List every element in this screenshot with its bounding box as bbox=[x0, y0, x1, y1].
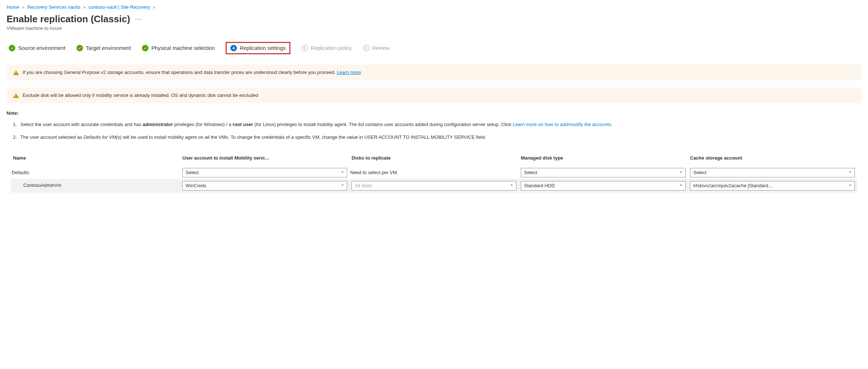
banner-text: If you are choosing General Purpose v2 s… bbox=[23, 70, 361, 75]
banner-text: Exclude disk will be allowed only if mob… bbox=[23, 93, 258, 98]
more-actions-button[interactable]: ··· bbox=[135, 15, 142, 23]
vm-cache-select[interactable]: lrhdxvv2arcmjulv2acache [Standard… bbox=[690, 181, 855, 191]
wizard-steps: Source environment Target environment Ph… bbox=[7, 42, 861, 54]
vm-icon bbox=[13, 182, 20, 189]
step-review[interactable]: 6 Review bbox=[363, 45, 390, 51]
chevron-down-icon bbox=[679, 183, 683, 188]
check-icon bbox=[142, 45, 148, 51]
chevron-down-icon bbox=[510, 183, 514, 188]
defaults-cache-select[interactable]: Select bbox=[690, 168, 855, 177]
step-physical-machine-selection[interactable]: Physical machine selection bbox=[142, 45, 215, 51]
note-item-2: The user account selected as Defaults fo… bbox=[18, 134, 861, 141]
exclude-disk-warning-banner: Exclude disk will be allowed only if mob… bbox=[7, 87, 861, 103]
chevron-right-icon: > bbox=[153, 5, 155, 9]
col-header-name: Name bbox=[11, 152, 180, 166]
breadcrumb-vaults[interactable]: Recovery Services vaults bbox=[27, 4, 80, 10]
chevron-right-icon: > bbox=[22, 5, 24, 9]
col-header-disks: Disks to replicate bbox=[349, 152, 519, 166]
step-number-icon: 5 bbox=[301, 45, 308, 51]
check-icon bbox=[76, 45, 83, 51]
breadcrumb-vault[interactable]: contoso-vault | Site Recovery bbox=[89, 4, 150, 10]
learn-more-accounts-link[interactable]: Learn more on how to add/modify the acco… bbox=[512, 122, 613, 127]
chevron-down-icon bbox=[340, 183, 345, 188]
storage-pricing-warning-banner: If you are choosing General Purpose v2 s… bbox=[7, 64, 861, 80]
step-target-environment[interactable]: Target environment bbox=[76, 45, 131, 51]
step-number-icon: 4 bbox=[230, 45, 237, 51]
col-header-account: User account to install Mobility servi… bbox=[180, 152, 349, 166]
step-label: Source environment bbox=[18, 45, 66, 51]
col-header-cache: Cache storage account bbox=[688, 152, 857, 166]
step-source-environment[interactable]: Source environment bbox=[9, 45, 66, 51]
step-replication-settings[interactable]: 4 Replication settings bbox=[226, 42, 290, 54]
table-row-vm: ContosoAdminVm WinCreds All disks Standa… bbox=[11, 179, 857, 193]
warning-icon bbox=[13, 70, 19, 75]
vm-disks-select[interactable]: All disks bbox=[352, 181, 516, 191]
defaults-disks-cell: Need to select per VM. bbox=[349, 166, 519, 179]
defaults-name-cell: Defaults bbox=[11, 166, 180, 179]
learn-more-link[interactable]: Learn more bbox=[337, 70, 361, 75]
chevron-right-icon: > bbox=[83, 5, 86, 9]
breadcrumb-home[interactable]: Home bbox=[7, 4, 19, 10]
note-item-1: Select the user account with accurate cr… bbox=[18, 121, 861, 129]
page-subtitle: VMware machine to Azure bbox=[7, 25, 861, 31]
check-icon bbox=[9, 45, 15, 51]
step-label: Target environment bbox=[86, 45, 131, 51]
step-replication-policy[interactable]: 5 Replication policy bbox=[301, 45, 352, 51]
chevron-down-icon bbox=[679, 170, 683, 175]
notes-list: Select the user account with accurate cr… bbox=[7, 121, 861, 141]
step-label: Physical machine selection bbox=[151, 45, 215, 51]
vm-account-select[interactable]: WinCreds bbox=[182, 181, 347, 191]
warning-icon bbox=[13, 93, 19, 98]
step-label: Replication settings bbox=[240, 45, 286, 51]
vm-name-cell: ContosoAdminVm bbox=[11, 179, 180, 193]
breadcrumb: Home > Recovery Services vaults > contos… bbox=[7, 4, 861, 10]
vm-managed-disk-select[interactable]: Standard HDD bbox=[521, 181, 686, 191]
defaults-account-select[interactable]: Select bbox=[182, 168, 347, 177]
step-label: Review bbox=[372, 45, 390, 51]
chevron-down-icon bbox=[848, 183, 852, 188]
replication-settings-table: Name User account to install Mobility se… bbox=[11, 152, 857, 193]
chevron-down-icon bbox=[340, 170, 345, 175]
defaults-managed-disk-select[interactable]: Select bbox=[521, 168, 686, 177]
chevron-down-icon bbox=[848, 170, 852, 175]
step-label: Replication policy bbox=[311, 45, 352, 51]
table-row-defaults: Defaults Select Need to select per VM. S… bbox=[11, 166, 857, 179]
page-title: Enable replication (Classic) bbox=[7, 13, 130, 25]
col-header-managed-disk: Managed disk type bbox=[519, 152, 688, 166]
note-heading: Note: bbox=[7, 110, 861, 116]
step-number-icon: 6 bbox=[363, 45, 369, 51]
